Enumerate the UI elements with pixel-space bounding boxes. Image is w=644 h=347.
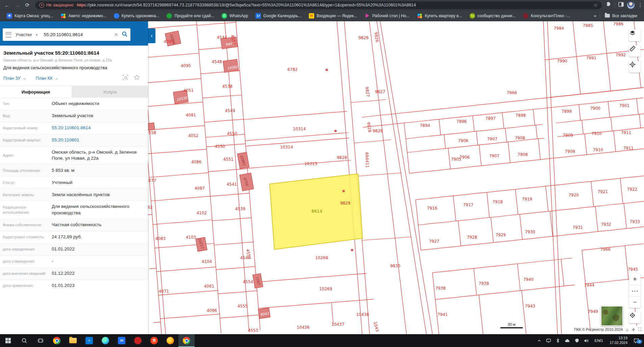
zoom-to-parcel-icon[interactable] [122, 74, 128, 82]
more-bookmarks-chevron[interactable]: » [591, 13, 599, 18]
home-icon[interactable]: ⌂ [626, 327, 628, 332]
info-row: Кадастровый номер:55:20:110601:8614 [0, 122, 148, 134]
parcel-label: 7928 [467, 235, 477, 240]
zoom-out-button[interactable]: − [629, 297, 641, 308]
parcel-label: 7966 [507, 90, 517, 95]
zoom-in-button[interactable]: + [629, 274, 641, 285]
overview-minimap[interactable] [601, 306, 623, 326]
parcel-label: 7991 [586, 56, 597, 60]
bookmark-item[interactable]: Купить однокомна... [110, 12, 163, 20]
search-category-select[interactable]: Участки [16, 32, 32, 37]
taskbar-apps: =✉Я [0, 334, 195, 347]
taskbar-chrome-active-window[interactable] [178, 334, 195, 347]
info-label: Форма собственности: [3, 222, 52, 227]
bookmark-item[interactable]: КонсультантПлюс -... [520, 12, 573, 20]
info-row: Адрес:Омская область, р-н Омский, д Зеле… [0, 146, 148, 164]
bookmark-item[interactable]: ✆WhatsApp [218, 12, 251, 20]
extensions-icon[interactable] [606, 2, 611, 8]
taskbar-start-button[interactable] [0, 334, 16, 347]
bluetooth-icon[interactable] [553, 338, 562, 343]
parcel-label: 7938 [436, 286, 446, 291]
search-input[interactable] [43, 32, 111, 37]
plan-zu-link[interactable]: План ЗУ → [3, 76, 26, 81]
bookmark-item[interactable]: Карта Омска: улиц... [3, 12, 56, 20]
display-icon[interactable] [544, 338, 553, 343]
reload-button[interactable]: ⟳ [23, 1, 32, 9]
zoom-controls: + ⋯ − [629, 274, 641, 308]
parcel-label: 7896 [456, 119, 467, 124]
center-icon[interactable]: ✛ [631, 327, 635, 332]
profile-avatar[interactable] [627, 1, 635, 9]
taskbar-edge-button[interactable] [97, 334, 114, 347]
chevron-down-icon[interactable]: ▼ [35, 33, 39, 37]
taskbar-yandex-button[interactable]: Я [146, 334, 162, 347]
parcel-label: 4550 [215, 144, 225, 149]
keyboard-language[interactable]: ENG [591, 339, 606, 343]
back-button[interactable]: ← [3, 1, 11, 9]
plan-kk-link[interactable]: План КК → [36, 76, 58, 81]
volume-icon[interactable] [581, 339, 591, 343]
taskbar-folder-button[interactable] [65, 334, 81, 347]
taskbar-mail-button[interactable]: ✉ [114, 334, 130, 347]
fullscreen-icon[interactable]: ⛶ [638, 327, 641, 332]
bookmark-star-icon[interactable]: ☆ [591, 2, 598, 8]
taskbar-firefox-button[interactable] [162, 334, 178, 347]
search-icon[interactable] [122, 31, 128, 38]
panel-collapse-button[interactable]: ‹ [148, 28, 155, 43]
parcel-label: 7966 [600, 247, 611, 252]
tab-services[interactable]: Услуги [72, 86, 148, 98]
bookmark-item[interactable]: Продайте или сдай... [163, 12, 218, 20]
address-bar[interactable]: ✕ Не защищено https://pkk.rosreestr.ru/#… [35, 1, 602, 9]
scale-bar: 30 м [500, 322, 523, 328]
info-value: Частная собственность [52, 222, 104, 228]
bookmark-item[interactable]: 17Google Календарь... [252, 12, 305, 20]
bookmark-item[interactable]: Рабочий стол | Но... [361, 12, 413, 20]
system-tray: ENG 13:19 17.02.2024 3 [535, 334, 644, 347]
parcel-label: 7917 [463, 203, 474, 207]
taskbar-chrome-button[interactable] [49, 334, 65, 347]
clear-search-icon[interactable]: ✕ [113, 32, 119, 38]
gcal-icon: 17 [255, 13, 261, 19]
info-value: 01.01.2022 [52, 246, 77, 252]
info-value: - [52, 258, 56, 264]
parcel-label: 10314 [280, 145, 293, 150]
bookmark-item[interactable]: Купить квартиру в... [414, 12, 465, 20]
taskbar-calculator-button[interactable]: = [81, 334, 97, 347]
taskbar-taskview-button[interactable] [32, 334, 49, 347]
geolocate-button[interactable] [629, 312, 641, 323]
menu-hamburger-icon[interactable] [5, 32, 11, 37]
clock-time: 13:19 [610, 336, 627, 341]
forward-button[interactable]: → [13, 1, 22, 9]
shield-icon[interactable] [572, 338, 581, 343]
cloud-icon[interactable] [562, 339, 572, 343]
all-bookmarks-label: Все закладки [612, 14, 637, 18]
info-value: Учтенный [52, 180, 75, 186]
parcel-label: 9826 [358, 35, 369, 40]
favorite-star-icon[interactable] [134, 74, 140, 82]
map-more-button[interactable]: ⋯ [629, 285, 641, 297]
info-row: Кадастровая стоимость:24 172,89 руб. [0, 231, 148, 243]
parcel-label: 4051 [183, 88, 194, 93]
layers-button[interactable] [629, 30, 641, 41]
bookmark-item[interactable]: Авито: недвижимо... [57, 12, 110, 20]
menu-icon[interactable]: ⋮ [638, 2, 641, 8]
measure-ruler-button[interactable] [629, 45, 641, 57]
parcel-label: 7918 [493, 199, 503, 204]
search-bar[interactable]: Участки ▼ ✕ [3, 28, 130, 41]
center-map-button[interactable] [629, 61, 641, 73]
parcel-label: 7909 [565, 149, 575, 154]
highlighted-parcel-label: 8614 [312, 209, 322, 214]
taskbar-clock[interactable]: 13:19 17.02.2024 [606, 336, 631, 345]
side-panel-icon[interactable] [618, 2, 624, 8]
all-bookmarks-button[interactable]: Все закладки [600, 14, 641, 18]
info-value-link[interactable]: 55:20:110601:8614 [52, 125, 93, 131]
scale-label: 30 м [500, 322, 523, 326]
bookmark-item[interactable]: ✉Входящие — Яндек... [305, 12, 361, 20]
taskbar-search-button[interactable] [16, 334, 32, 347]
tray-chevron-up-icon[interactable] [535, 339, 544, 343]
tab-information[interactable]: Информация [0, 86, 72, 98]
bookmark-item[interactable]: 7dсообщество дачни... [466, 12, 519, 20]
notification-center[interactable]: 3 [631, 338, 644, 343]
taskbar-opera-button[interactable] [130, 334, 146, 347]
info-value-link[interactable]: 55:20:110601 [52, 137, 82, 143]
